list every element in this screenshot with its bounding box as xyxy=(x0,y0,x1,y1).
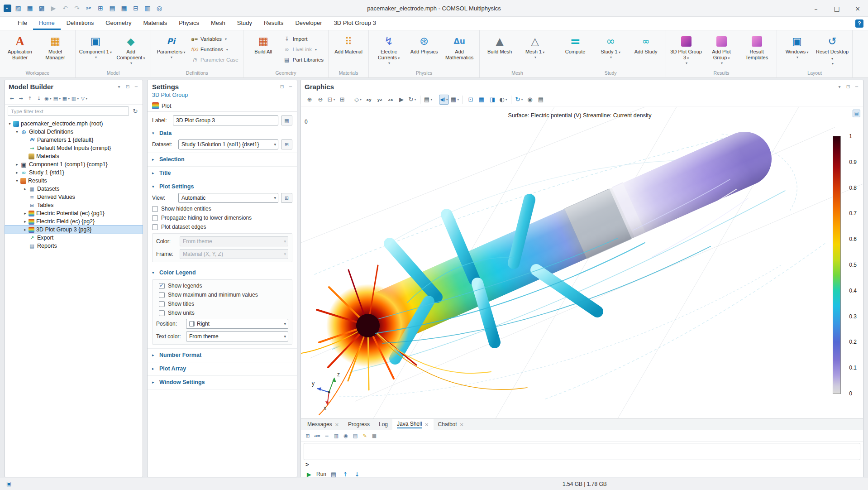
tree-item-3d-plot-group-3[interactable]: 3D Plot Group 3 {pg3} xyxy=(5,226,143,234)
tab-home[interactable]: Home xyxy=(33,17,61,30)
checkbox-checked-icon[interactable] xyxy=(159,283,165,289)
checkbox-icon[interactable] xyxy=(159,292,165,298)
checkbox-show-units[interactable]: Show units xyxy=(154,308,290,317)
grid-icon[interactable] xyxy=(477,95,486,105)
checkbox-show-hidden-entities[interactable]: Show hidden entities xyxy=(148,204,297,213)
move-down-icon[interactable] xyxy=(35,95,43,103)
tree-item-datasets[interactable]: Datasets xyxy=(5,185,143,193)
tab-log[interactable]: Log xyxy=(374,419,392,430)
expander-icon[interactable] xyxy=(14,162,20,167)
section-header-title[interactable]: Title xyxy=(148,167,297,178)
history-down-icon[interactable] xyxy=(353,470,362,479)
electric-currents-button[interactable]: Electric Currents xyxy=(372,32,406,65)
tree-item-reports[interactable]: Reports xyxy=(5,242,143,250)
tree-item-parameters-1[interactable]: Parameters 1 {default} xyxy=(5,136,143,144)
text-color-select[interactable]: From theme xyxy=(186,331,288,341)
cut-icon[interactable] xyxy=(84,3,94,13)
import-button[interactable]: Import xyxy=(281,34,325,43)
move-up-icon[interactable] xyxy=(26,95,34,103)
shell-stop-icon[interactable] xyxy=(370,432,378,440)
tab-results[interactable]: Results xyxy=(258,17,289,30)
tab-geometry[interactable]: Geometry xyxy=(100,17,137,30)
shell-columns-icon[interactable] xyxy=(332,432,340,440)
expander-icon[interactable] xyxy=(22,227,28,232)
minimize-button[interactable] xyxy=(806,0,826,17)
tab-physics[interactable]: Physics xyxy=(173,17,205,30)
build-mesh-button[interactable]: Build Mesh xyxy=(482,32,517,55)
section-header-data[interactable]: Data xyxy=(148,127,297,138)
float-panel-icon[interactable] xyxy=(124,83,131,90)
zoom-in-icon[interactable] xyxy=(305,95,315,105)
functions-button[interactable]: Functions xyxy=(189,45,240,54)
close-button[interactable] xyxy=(847,0,868,17)
tree-item-tables[interactable]: Tables xyxy=(5,201,143,209)
livelink-button[interactable]: LiveLink xyxy=(281,45,325,54)
tab-java-shell[interactable]: Java Shell xyxy=(392,419,434,430)
plot-button[interactable]: Plot xyxy=(148,100,297,112)
component-1-button[interactable]: Component 1 xyxy=(78,32,113,59)
tab-developer[interactable]: Developer xyxy=(289,17,328,30)
label-input[interactable] xyxy=(173,115,278,125)
scene-light-icon[interactable] xyxy=(498,95,508,105)
tab-materials[interactable]: Materials xyxy=(137,17,173,30)
shell-input-area[interactable] xyxy=(304,443,860,460)
run-application-icon[interactable] xyxy=(48,3,58,13)
dataset-action-button[interactable] xyxy=(281,139,292,149)
expander-icon[interactable] xyxy=(7,121,13,126)
section-header-color-legend[interactable]: Color Legend xyxy=(148,266,297,278)
redo-icon[interactable] xyxy=(72,3,82,13)
view-zx-icon[interactable]: zx xyxy=(386,95,396,105)
section-header-window-settings[interactable]: Window Settings xyxy=(148,376,297,387)
variables-button[interactable]: Variables xyxy=(189,34,240,43)
checkbox-icon[interactable] xyxy=(159,310,165,316)
run-button-label[interactable]: Run xyxy=(316,471,326,477)
tab-mesh[interactable]: Mesh xyxy=(205,17,231,30)
mesh-1-button[interactable]: Mesh 1 xyxy=(518,32,552,59)
tree-item-root[interactable]: pacemaker_electrode.mph (root) xyxy=(5,120,143,128)
tree-item-results[interactable]: Results xyxy=(5,177,143,185)
menu-file[interactable]: File xyxy=(12,17,33,30)
part-libraries-button[interactable]: Part Libraries xyxy=(281,55,325,64)
shell-prompt[interactable]: > xyxy=(301,460,863,469)
study-1-button[interactable]: Study 1 xyxy=(593,32,628,59)
application-builder-button[interactable]: Application Builder xyxy=(3,32,37,61)
checkbox-plot-dataset-edges[interactable]: Plot dataset edges xyxy=(148,222,297,231)
tab-messages[interactable]: Messages xyxy=(303,419,343,430)
panel-menu-icon[interactable] xyxy=(115,83,123,90)
checkbox-show-legends[interactable]: Show legends xyxy=(154,281,290,290)
open-file-icon[interactable] xyxy=(13,3,23,13)
expander-icon[interactable] xyxy=(22,187,28,191)
dataset-select[interactable]: Study 1/Solution 1 (sol1) {dset1} xyxy=(178,139,278,149)
close-tab-icon[interactable] xyxy=(460,422,464,428)
add-material-button[interactable]: Add Material xyxy=(331,32,366,55)
add-mathematics-button[interactable]: Add Mathematics xyxy=(442,32,477,61)
filter-icon[interactable] xyxy=(80,95,88,103)
graphics-canvas[interactable]: Surface: Electric potential (V) Streamli… xyxy=(301,107,863,418)
minimize-panel-icon[interactable] xyxy=(133,83,140,90)
zoom-out-icon[interactable] xyxy=(315,95,325,105)
parameters-button[interactable]: Parameters xyxy=(154,32,188,59)
build-all-button[interactable]: Build All xyxy=(246,32,281,55)
add-component-button[interactable]: Add Component xyxy=(114,32,148,65)
shell-tree-icon[interactable] xyxy=(304,432,312,440)
shell-edit-icon[interactable] xyxy=(361,432,369,440)
tab-progress[interactable]: Progress xyxy=(343,419,374,430)
expander-icon[interactable] xyxy=(14,130,20,134)
result-templates-button[interactable]: Result Templates xyxy=(739,32,774,61)
float-panel-icon[interactable] xyxy=(278,83,286,90)
tree-item-electric-field[interactable]: Electric Field (ec) {pg2} xyxy=(5,217,143,226)
tree-item-study-1[interactable]: Study 1 {std1} xyxy=(5,168,143,177)
view-xy-icon[interactable]: xy xyxy=(364,95,374,105)
default-view-icon[interactable] xyxy=(353,95,363,105)
search-icon[interactable] xyxy=(154,3,164,13)
expander-icon[interactable] xyxy=(14,178,20,183)
table-settings-icon[interactable] xyxy=(143,3,153,13)
minimize-panel-icon[interactable] xyxy=(853,83,860,90)
camera-movie-icon[interactable] xyxy=(396,95,406,105)
columns-icon[interactable] xyxy=(71,95,79,103)
back-icon[interactable] xyxy=(8,95,16,103)
save-as-icon[interactable] xyxy=(37,3,47,13)
shell-eye-icon[interactable] xyxy=(342,432,350,440)
checkbox-show-max-min[interactable]: Show maximum and minimum values xyxy=(154,290,290,299)
tree-item-global-definitions[interactable]: Global Definitions xyxy=(5,128,143,136)
